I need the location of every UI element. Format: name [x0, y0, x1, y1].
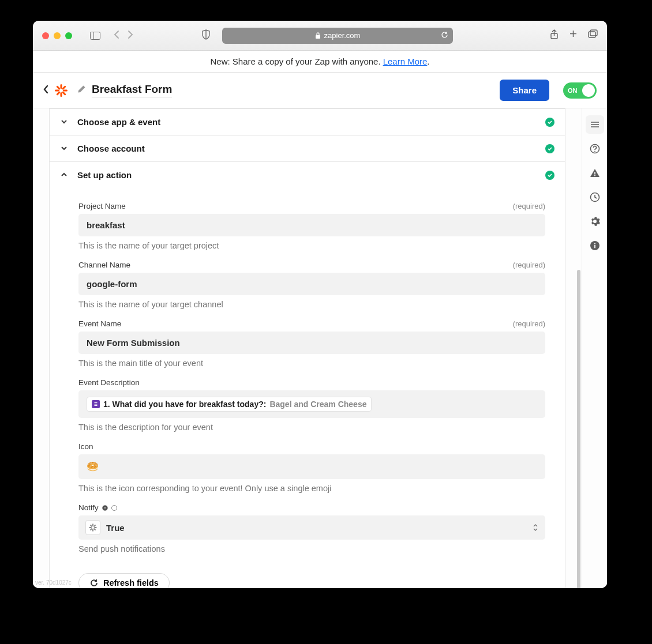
- svg-rect-23: [90, 528, 93, 531]
- scrollbar-thumb[interactable]: [577, 270, 580, 588]
- zap-enabled-toggle[interactable]: ON: [563, 82, 597, 99]
- icon-input[interactable]: 🥯: [78, 454, 545, 479]
- url-bar[interactable]: zapier.com: [222, 28, 453, 44]
- browser-window: zapier.com New: Share a copy of your Zap…: [33, 21, 607, 588]
- field-helper: Send push notifications: [78, 544, 545, 553]
- nav-forward-button[interactable]: [128, 31, 133, 41]
- field-helper: This is the name of your target project: [78, 241, 545, 250]
- back-button[interactable]: [43, 85, 48, 96]
- browser-toolbar: zapier.com: [33, 21, 607, 51]
- svg-rect-24: [90, 525, 93, 528]
- svg-rect-20: [89, 527, 92, 528]
- event-description-input[interactable]: 1. What did you have for breakfast today…: [78, 390, 545, 418]
- nav-arrows: [114, 31, 133, 41]
- toggle-label: ON: [568, 87, 578, 94]
- history-button[interactable]: [586, 188, 604, 206]
- settings-button[interactable]: [586, 212, 604, 231]
- event-name-input[interactable]: New Form Submission: [78, 332, 545, 354]
- svg-rect-13: [62, 91, 66, 96]
- refresh-fields-button[interactable]: Refresh fields: [78, 573, 170, 588]
- notify-mode-radio-selected[interactable]: [102, 505, 108, 511]
- outline-button[interactable]: [586, 115, 604, 134]
- chevron-up-icon: [60, 171, 69, 180]
- field-event-name: Event Name (required) New Form Submissio…: [78, 319, 545, 368]
- field-label: Notify: [78, 503, 99, 512]
- section-set-up-action[interactable]: Set up action: [50, 162, 565, 188]
- channel-name-input[interactable]: google-form: [78, 273, 545, 295]
- field-label: Channel Name: [78, 261, 130, 269]
- window-controls: [42, 32, 72, 39]
- svg-rect-17: [95, 405, 98, 406]
- field-label: Event Description: [78, 378, 140, 387]
- window-minimize-button[interactable]: [54, 32, 61, 39]
- status-complete-icon: [545, 118, 554, 127]
- svg-rect-12: [56, 85, 61, 90]
- share-icon[interactable]: [550, 29, 559, 42]
- field-icon: Icon 🥯 This is the icon corresponding to…: [78, 442, 545, 493]
- svg-rect-6: [61, 84, 62, 89]
- notify-select[interactable]: True: [78, 515, 545, 540]
- svg-rect-18: [92, 524, 93, 526]
- svg-rect-7: [61, 92, 62, 97]
- status-complete-icon: [545, 171, 554, 180]
- zap-title[interactable]: Breakfast Form: [92, 83, 172, 97]
- field-label: Icon: [78, 442, 93, 451]
- field-label: Project Name: [78, 202, 126, 210]
- section-choose-account[interactable]: Choose account: [50, 135, 565, 162]
- select-caret-icon: [533, 524, 538, 532]
- svg-rect-0: [91, 32, 100, 39]
- select-value: True: [106, 523, 125, 533]
- new-tab-icon[interactable]: [569, 29, 578, 42]
- svg-rect-8: [55, 89, 59, 91]
- pill-value: Bagel and Cream Cheese: [269, 400, 366, 409]
- svg-rect-10: [62, 85, 66, 90]
- field-helper: This is the description for your event: [78, 423, 545, 432]
- section-choose-app-event[interactable]: Choose app & event: [50, 109, 565, 135]
- svg-point-32: [594, 175, 595, 176]
- toolbar-right: [550, 29, 598, 42]
- alerts-button[interactable]: [586, 164, 604, 182]
- svg-rect-4: [590, 30, 597, 36]
- info-button[interactable]: [586, 236, 604, 255]
- lock-icon: [315, 32, 321, 39]
- version-label: ver. 70d1027c: [35, 579, 72, 586]
- required-indicator: (required): [513, 261, 545, 269]
- zapier-system-icon: [85, 520, 100, 535]
- svg-rect-16: [95, 404, 98, 405]
- promo-learn-more-link[interactable]: Learn More: [383, 57, 428, 66]
- action-form: Project Name (required) breakfast This i…: [50, 188, 565, 588]
- section-title: Choose app & event: [77, 117, 160, 127]
- reload-button[interactable]: [441, 31, 448, 40]
- section-title: Set up action: [77, 170, 132, 180]
- privacy-shield-icon[interactable]: [201, 29, 211, 42]
- project-name-input[interactable]: breakfast: [78, 214, 545, 236]
- share-button[interactable]: Share: [500, 80, 549, 101]
- promo-banner: New: Share a copy of your Zap with anyon…: [33, 51, 607, 73]
- field-label: Event Name: [78, 319, 121, 328]
- action-step-card: Choose app & event Choose account Set up…: [49, 108, 565, 588]
- help-button[interactable]: [586, 140, 604, 158]
- field-helper: This is the icon corresponding to your e…: [78, 484, 545, 493]
- svg-rect-21: [94, 527, 97, 528]
- editor-canvas: Choose app & event Choose account Set up…: [33, 108, 582, 588]
- mapped-field-pill[interactable]: 1. What did you have for breakfast today…: [87, 397, 372, 412]
- app-body: Choose app & event Choose account Set up…: [33, 108, 607, 588]
- tabs-icon[interactable]: [588, 29, 598, 42]
- url-host: zapier.com: [324, 31, 361, 40]
- sidebar-toggle-button[interactable]: [88, 30, 102, 42]
- field-project-name: Project Name (required) breakfast This i…: [78, 202, 545, 250]
- window-maximize-button[interactable]: [65, 32, 72, 39]
- nav-back-button[interactable]: [114, 31, 119, 41]
- required-indicator: (required): [513, 202, 545, 210]
- window-close-button[interactable]: [42, 32, 49, 39]
- field-channel-name: Channel Name (required) google-form This…: [78, 261, 545, 309]
- edit-title-button[interactable]: [77, 85, 86, 96]
- svg-rect-15: [95, 402, 98, 403]
- pill-label: 1. What did you have for breakfast today…: [103, 400, 266, 409]
- app-header: Breakfast Form Share ON: [33, 73, 607, 108]
- promo-period: .: [427, 57, 429, 66]
- svg-rect-9: [63, 89, 68, 91]
- field-helper: This is the main title of your event: [78, 359, 545, 368]
- status-complete-icon: [545, 144, 554, 153]
- notify-mode-radio[interactable]: [111, 505, 117, 511]
